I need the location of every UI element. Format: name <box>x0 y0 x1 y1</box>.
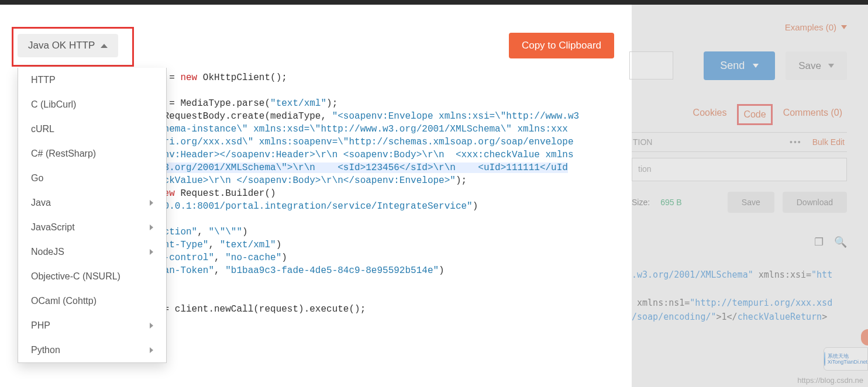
lang-item-csharp-restsharp[interactable]: C# (RestSharp) <box>18 141 166 166</box>
examples-dropdown[interactable]: Examples (0) <box>785 22 847 32</box>
code-link[interactable]: Code <box>737 104 772 125</box>
language-dropdown[interactable]: Java OK HTTP <box>18 34 118 57</box>
chevron-right-icon <box>150 224 153 230</box>
response-download-button[interactable]: Download <box>783 192 847 213</box>
copy-icon[interactable]: ❐ <box>814 236 824 248</box>
caret-up-icon <box>101 44 108 48</box>
language-menu: HTTP C (LibCurl) cURL C# (RestSharp) Go … <box>18 68 167 363</box>
triangle-down-icon <box>753 64 759 68</box>
code-snippet[interactable]: t = new OkHttpClient(); e = MediaType.pa… <box>158 71 620 375</box>
lang-item-curl[interactable]: cURL <box>18 117 166 141</box>
chevron-right-icon <box>150 347 153 353</box>
lang-item-objc-nsurl[interactable]: Objective-C (NSURL) <box>18 264 166 289</box>
language-dropdown-label: Java OK HTTP <box>28 40 95 51</box>
chevron-right-icon <box>150 323 153 329</box>
window-top-bar <box>0 0 868 5</box>
lang-item-ocaml-cohttp[interactable]: OCaml (Cohttp) <box>18 289 166 313</box>
size-value: 695 B <box>660 198 682 207</box>
lang-item-python[interactable]: Python <box>18 338 166 362</box>
section-label-fragment: TION <box>632 137 652 147</box>
chevron-right-icon <box>150 200 153 206</box>
lang-item-go[interactable]: Go <box>18 166 166 191</box>
response-body[interactable]: .w3.org/2001/XMLSchema" xmlns:xsi="htt x… <box>632 268 847 324</box>
side-tab-icon[interactable] <box>861 329 868 345</box>
url-input-fragment[interactable] <box>629 51 673 80</box>
watermark-logo: 系统天地 XiTongTianDi.net <box>824 347 868 371</box>
lang-item-http[interactable]: HTTP <box>18 68 166 92</box>
lang-item-php[interactable]: PHP <box>18 313 166 338</box>
copy-to-clipboard-button[interactable]: Copy to Clipboard <box>509 33 614 58</box>
send-button[interactable]: Send <box>704 51 775 80</box>
lang-item-java[interactable]: Java <box>18 191 166 215</box>
save-button[interactable]: Save <box>786 51 847 80</box>
bulk-edit-link[interactable]: Bulk Edit <box>812 137 845 147</box>
lang-item-nodejs[interactable]: NodeJS <box>18 240 166 264</box>
code-snippet-pane: Java OK HTTP Copy to Clipboard HTTP C (L… <box>0 5 632 387</box>
globe-icon <box>824 352 825 366</box>
background-request-pane: Examples (0) Send Save Cookies Code Comm… <box>632 5 868 387</box>
lang-item-c-libcurl[interactable]: C (LibCurl) <box>18 92 166 117</box>
search-icon[interactable]: 🔍 <box>834 236 847 248</box>
response-save-button[interactable]: Save <box>728 192 774 213</box>
triangle-down-icon <box>841 25 847 29</box>
cookies-link[interactable]: Cookies <box>688 104 732 125</box>
footer-url: https://blog.csdn.ne <box>797 376 863 385</box>
chevron-right-icon <box>150 249 153 255</box>
more-menu-icon[interactable]: ••• <box>790 137 802 147</box>
description-input[interactable]: tion <box>632 158 847 181</box>
size-label: Size: <box>632 198 650 207</box>
comments-link[interactable]: Comments (0) <box>779 104 847 125</box>
params-header-bar: TION ••• Bulk Edit <box>632 132 847 152</box>
lang-item-javascript[interactable]: JavaScript <box>18 215 166 240</box>
triangle-down-icon <box>828 64 834 68</box>
